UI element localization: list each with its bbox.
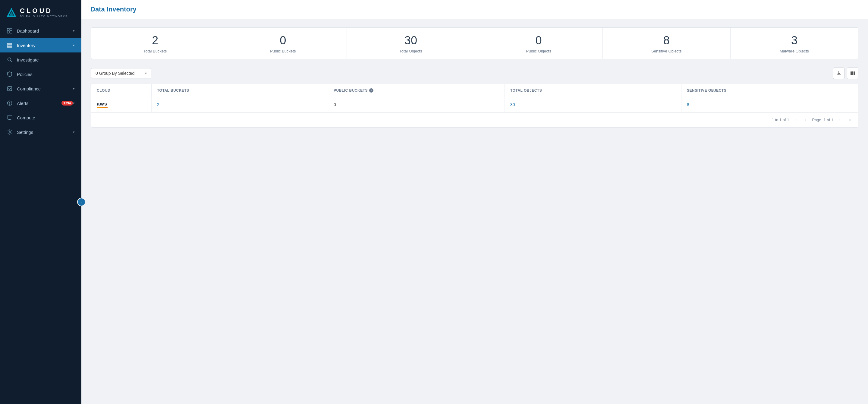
sidebar-item-inventory[interactable]: Inventory ▾ <box>0 38 82 53</box>
nav-item-left: Dashboard <box>7 28 39 34</box>
stat-public-objects: 0 Public Objects <box>475 28 603 59</box>
page-label: Page 1 of 1 <box>812 118 833 122</box>
nav-label: Policies <box>17 72 33 77</box>
aws-text: aws <box>97 101 107 106</box>
chevron-icon: ▾ <box>73 130 75 134</box>
data-table: CLOUDTOTAL BUCKETSPUBLIC BUCKETS iTOTAL … <box>91 84 858 127</box>
nav-label: Compute <box>17 115 35 120</box>
sidebar-item-investigate[interactable]: Investigate <box>0 53 82 67</box>
logo: CLOUD BY PALO ALTO NETWORKS <box>0 0 82 24</box>
nav-label: Settings <box>17 130 33 135</box>
svg-point-19 <box>9 131 10 133</box>
aws-line <box>97 107 107 108</box>
logo-sub: BY PALO ALTO NETWORKS <box>20 15 68 18</box>
svg-rect-4 <box>10 28 12 30</box>
logo-brand: CLOUD <box>20 7 68 14</box>
td-total-objects: 30 <box>505 97 681 112</box>
svg-point-10 <box>8 58 11 61</box>
nav-item-left: Inventory <box>7 42 36 48</box>
group-by-select[interactable]: 0 Group By Selected ▾ <box>91 68 151 79</box>
last-page-button[interactable]: ⇥ <box>845 116 852 124</box>
sidebar-toggle[interactable]: ‹ <box>77 198 86 206</box>
svg-rect-16 <box>7 116 12 119</box>
pagination: 1 to 1 of 1 ⇤ ‹ Page 1 of 1 › ⇥ <box>91 113 858 127</box>
stat-number: 0 <box>280 34 286 47</box>
svg-rect-6 <box>10 31 12 33</box>
th-cloud: CLOUD <box>91 84 152 97</box>
sidebar-item-policies[interactable]: Policies <box>0 67 82 82</box>
toolbar-actions <box>833 67 858 79</box>
stat-label: Malware Objects <box>780 49 809 53</box>
stat-label: Sensitive Objects <box>651 49 681 53</box>
inventory-icon <box>7 42 13 48</box>
svg-rect-20 <box>850 71 852 75</box>
aws-logo: aws <box>97 101 107 108</box>
td-total-buckets: 2 <box>152 97 328 112</box>
stats-row: 2 Total Buckets 0 Public Buckets 30 Tota… <box>91 27 858 59</box>
nav-item-left: Compliance <box>7 86 41 92</box>
nav-label: Alerts <box>17 101 28 106</box>
pagination-range: 1 to 1 of 1 <box>772 118 789 122</box>
settings-icon <box>7 129 13 135</box>
total-objects-link[interactable]: 30 <box>510 102 515 107</box>
sidebar: CLOUD BY PALO ALTO NETWORKS Dashboard ▾ … <box>0 0 82 404</box>
nav-label: Investigate <box>17 57 39 62</box>
alerts-label: 1794▾ <box>60 101 75 105</box>
prev-page-button[interactable]: ‹ <box>802 116 809 124</box>
stat-number: 3 <box>791 34 798 47</box>
stat-number: 2 <box>152 34 158 47</box>
table-body: aws20308 <box>91 97 858 113</box>
first-page-button[interactable]: ⇤ <box>793 116 800 124</box>
info-icon: i <box>369 88 373 93</box>
columns-button[interactable] <box>847 67 858 79</box>
compute-icon <box>7 115 13 121</box>
stat-label: Total Buckets <box>144 49 167 53</box>
compliance-icon <box>7 86 13 92</box>
sidebar-item-compute[interactable]: Compute <box>0 110 82 125</box>
nav-item-left: Compute <box>7 115 35 121</box>
dashboard-icon <box>7 28 13 34</box>
stat-sensitive-objects: 8 Sensitive Objects <box>603 28 731 59</box>
stat-total-buckets: 2 Total Buckets <box>91 28 219 59</box>
total-buckets-link[interactable]: 2 <box>157 102 159 107</box>
stat-number: 0 <box>535 34 542 47</box>
header: Data Inventory <box>82 0 868 19</box>
next-page-button[interactable]: › <box>836 116 844 124</box>
navigation: Dashboard ▾ Inventory ▾ Investigate Poli… <box>0 24 82 139</box>
stat-malware-objects: 3 Malware Objects <box>731 28 858 59</box>
alerts-icon <box>7 100 13 106</box>
main-content: Data Inventory 2 Total Buckets 0 Public … <box>82 0 868 404</box>
svg-rect-12 <box>7 87 12 91</box>
sidebar-item-dashboard[interactable]: Dashboard ▾ <box>0 24 82 38</box>
svg-rect-22 <box>854 71 855 75</box>
sidebar-item-settings[interactable]: Settings ▾ <box>0 125 82 139</box>
policies-icon <box>7 71 13 77</box>
svg-rect-5 <box>7 31 9 33</box>
table-header: CLOUDTOTAL BUCKETSPUBLIC BUCKETS iTOTAL … <box>91 84 858 97</box>
stat-total-objects: 30 Total Objects <box>347 28 475 59</box>
group-by-label: 0 Group By Selected <box>96 71 134 76</box>
chevron-down-icon: ▾ <box>145 71 147 75</box>
th-sensitive-objects: SENSITIVE OBJECTS <box>681 84 858 97</box>
chevron-icon: ▾ <box>73 29 75 33</box>
nav-label: Dashboard <box>17 28 39 33</box>
columns-icon <box>850 71 855 76</box>
stat-label: Public Objects <box>526 49 551 53</box>
investigate-icon <box>7 57 13 63</box>
nav-item-left: Policies <box>7 71 33 77</box>
stat-label: Total Objects <box>399 49 422 53</box>
th-info: PUBLIC BUCKETS i <box>334 88 373 93</box>
sidebar-item-compliance[interactable]: Compliance ▾ <box>0 82 82 96</box>
stat-number: 30 <box>404 34 417 47</box>
download-icon <box>836 71 841 76</box>
svg-rect-21 <box>852 71 853 75</box>
sidebar-item-alerts[interactable]: Alerts 1794▾ <box>0 96 82 110</box>
nav-label: Compliance <box>17 86 41 91</box>
chevron-icon: ▾ <box>73 87 75 91</box>
th-total-buckets: TOTAL BUCKETS <box>152 84 328 97</box>
page-nav: ⇤ ‹ Page 1 of 1 › ⇥ <box>793 116 852 124</box>
sensitive-objects-link[interactable]: 8 <box>687 102 689 107</box>
svg-rect-9 <box>7 46 12 47</box>
td-public-buckets: 0 <box>328 97 505 112</box>
download-button[interactable] <box>833 67 844 79</box>
